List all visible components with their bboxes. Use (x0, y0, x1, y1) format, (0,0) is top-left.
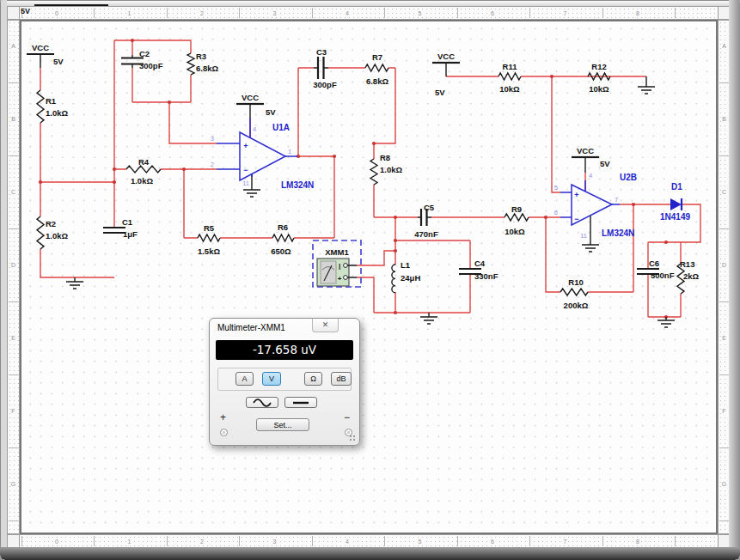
capacitor-c4[interactable]: C4 330nF (459, 259, 498, 281)
svg-text:VCC: VCC (32, 43, 49, 52)
ruler-tick (9, 520, 18, 521)
svg-text:C4: C4 (474, 259, 486, 268)
svg-text:5V: 5V (53, 57, 64, 66)
ruler-tick (457, 8, 458, 18)
ruler-label: G (11, 480, 15, 488)
resistor-r2[interactable]: R2 1.0kΩ (37, 216, 68, 249)
svg-text:R9: R9 (511, 204, 522, 214)
db-mode-button[interactable]: dB (331, 372, 352, 386)
positive-terminal[interactable] (220, 429, 228, 436)
svg-text:C1: C1 (122, 217, 133, 227)
resistor-r9[interactable]: R9 10kΩ (505, 204, 529, 236)
ruler-tick (675, 8, 676, 18)
vcc-symbol-right[interactable]: VCC 5V (432, 52, 460, 97)
ac-mode-button[interactable] (246, 397, 278, 408)
ruler-tick (529, 536, 530, 546)
capacitor-c5[interactable]: C5 470nF (414, 203, 438, 239)
schematic-canvas[interactable]: VCC 5V VCC 5V VCC 5V VCC 5V (20, 20, 718, 534)
ruler-tick (9, 447, 18, 448)
ground-icon[interactable] (66, 76, 675, 327)
ruler-label: 7 (562, 10, 569, 16)
ruler-bottom: 012345678 (7, 534, 731, 548)
svg-text:6.8kΩ: 6.8kΩ (366, 76, 388, 86)
resistor-r6[interactable]: R6 650Ω (271, 222, 294, 256)
terminal[interactable] (344, 264, 348, 268)
svg-text:3: 3 (211, 135, 214, 143)
dc-line-icon (291, 399, 310, 407)
svg-text:4: 4 (589, 172, 592, 180)
svg-text:6.8kΩ: 6.8kΩ (196, 64, 218, 73)
ruler-tick (312, 8, 313, 18)
svg-text:1μF: 1μF (123, 229, 138, 239)
resistor-r5[interactable]: R5 1.5kΩ (198, 223, 220, 256)
svg-text:5V: 5V (600, 159, 610, 168)
close-icon[interactable]: ✕ (312, 319, 339, 332)
svg-text:XMM1: XMM1 (325, 247, 349, 257)
capacitor-c2[interactable]: C2 300pF (121, 49, 163, 70)
svg-text:C3: C3 (316, 47, 327, 57)
svg-text:R3: R3 (196, 52, 206, 61)
resize-grip[interactable] (349, 435, 357, 442)
vcc-symbol-u1a[interactable]: VCC 5V (236, 93, 276, 118)
svg-text:5V: 5V (266, 107, 276, 117)
svg-text:7: 7 (615, 196, 618, 204)
diode-d1[interactable]: D1 1N4149 (660, 182, 690, 222)
svg-text:200kΩ: 200kΩ (564, 301, 589, 310)
ruler-top: 012345678 (7, 6, 731, 20)
svg-text:+: + (574, 191, 578, 199)
window-frame-bottom (0, 547, 740, 560)
svg-text:|: | (339, 262, 340, 270)
resistor-r4[interactable]: R4 1.0kΩ (126, 157, 161, 186)
svg-text:R12: R12 (591, 62, 606, 71)
amps-mode-button[interactable]: A (235, 372, 254, 386)
ruler-tick (719, 155, 729, 156)
resistor-r13[interactable]: R13 2kΩ (677, 259, 700, 294)
ruler-tick (312, 536, 313, 546)
resistor-r8[interactable]: R8 1.0kΩ (370, 153, 402, 185)
resistor-r12[interactable]: R12 10kΩ (588, 62, 610, 94)
vcc-symbol-u2b[interactable]: VCC 5V (572, 146, 610, 173)
ruler-tick (529, 8, 530, 18)
svg-text:R10: R10 (568, 277, 583, 287)
ruler-tick (602, 8, 603, 18)
ohms-mode-button[interactable]: Ω (304, 372, 322, 386)
terminal[interactable] (344, 276, 348, 280)
vcc-symbol-left[interactable]: VCC 5V (27, 43, 64, 68)
ruler-label: 3 (272, 10, 278, 16)
svg-text:10kΩ: 10kΩ (499, 84, 520, 94)
svg-text:R4: R4 (138, 157, 150, 167)
inductor-l1[interactable]: L1 24μH (392, 260, 420, 293)
ruler-tick (719, 301, 729, 302)
opamp-u2b[interactable]: + − 5 6 7 4 11 U2B LM324N (554, 172, 637, 240)
resistor-r10[interactable]: R10 200kΩ (560, 277, 589, 310)
svg-text:VCC: VCC (437, 52, 455, 61)
svg-text:11: 11 (242, 180, 249, 187)
resistor-r7[interactable]: R7 6.8kΩ (365, 52, 388, 86)
window-frame-left (0, 0, 7, 554)
volts-mode-button[interactable]: V (262, 372, 281, 386)
ruler-label: G (722, 480, 726, 488)
positive-terminal-label: + (220, 411, 226, 423)
svg-text:+: + (243, 142, 248, 150)
resistor-r11[interactable]: R11 10kΩ (498, 62, 521, 94)
svg-text:5: 5 (554, 184, 558, 192)
ruler-label: 0 (53, 10, 60, 16)
multimeter-component-xmm1[interactable]: XMM1 | + (313, 240, 361, 287)
ruler-label: 1 (126, 10, 133, 16)
svg-text:C5: C5 (424, 203, 435, 212)
resistor-r1[interactable]: R1 1.0kΩ (37, 90, 68, 123)
multimeter-dialog[interactable]: Multimeter-XMM1 ✕ -17.658 uV A V Ω dB + … (209, 318, 360, 446)
ruler-tick (239, 536, 240, 546)
resistor-r3[interactable]: R3 6.8kΩ (187, 52, 218, 75)
svg-text:R5: R5 (204, 223, 215, 233)
capacitor-c6[interactable]: C6 500nF (637, 259, 675, 280)
ruler-tick (384, 8, 385, 18)
set-button[interactable]: Set... (256, 418, 309, 431)
schematic[interactable]: VCC 5V VCC 5V VCC 5V VCC 5V (21, 21, 716, 533)
ruler-label: 5 (417, 10, 424, 16)
capacitor-c1[interactable]: C1 1μF (103, 217, 138, 239)
svg-text:330nF: 330nF (474, 271, 498, 281)
svg-text:R6: R6 (278, 222, 288, 232)
svg-text:1.0kΩ: 1.0kΩ (46, 231, 68, 240)
dc-mode-button[interactable] (284, 397, 317, 408)
